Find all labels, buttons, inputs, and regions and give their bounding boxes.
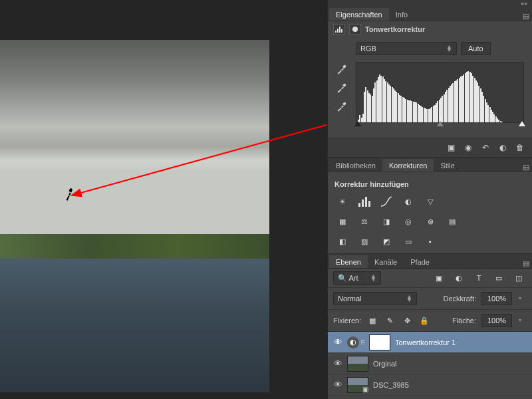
layers-panel: Ebenen Kanäle Pfade ▤ 🔍 Art ▲▼ ▣ ◐ T ▭ ◫… [328,254,532,396]
svg-rect-9 [368,201,370,207]
black-point-eyedropper[interactable] [336,65,349,76]
properties-footer: ▣ ◉ ↶ ◐ 🗑 [328,138,532,157]
white-point-eyedropper[interactable] [336,102,349,114]
tab-kanaele[interactable]: Kanäle [368,255,404,268]
visibility-toggle-icon[interactable]: 👁 [331,358,345,368]
tab-eigenschaften[interactable]: Eigenschaften [329,8,389,21]
panels-dock: ▸▸ Eigenschaften Info ▤ Tonwertkorrektur… [327,0,532,399]
layer-name: DSC_3985 [373,381,409,389]
threshold-icon[interactable]: ◩ [378,235,394,248]
lock-all-icon[interactable]: 🔒 [418,314,430,327]
smartobj-icon: ▣ [362,386,368,393]
lock-move-icon[interactable]: ✥ [401,314,413,327]
panel-menu-icon[interactable]: ▤ [523,259,529,268]
view-previous-icon[interactable]: ◉ [460,141,476,154]
fill-arrows-icon[interactable]: ▾ [517,314,527,327]
layer-row-orginal[interactable]: 👁 Orginal [328,353,532,374]
adjustment-title: Tonwertkorrektur [365,25,425,33]
dock-collapse-icon[interactable]: ▸▸ [328,0,532,7]
invert-icon[interactable]: ◧ [334,235,350,248]
svg-rect-3 [339,27,340,33]
auto-button[interactable]: Auto [461,42,491,55]
tab-stile[interactable]: Stile [434,159,461,172]
mask-thumb[interactable] [369,334,390,350]
panel-menu-icon[interactable]: ▤ [523,12,529,21]
filter-adjust-icon[interactable]: ◐ [451,271,467,285]
adjustments-row-1: ☀ ◐ ▽ [334,194,525,208]
bw-icon[interactable]: ◨ [378,215,394,228]
tab-korrekturen[interactable]: Korrekturen [382,159,434,172]
visibility-toggle-icon[interactable]: 👁 [331,337,345,347]
curves-icon[interactable] [378,195,394,208]
selective-color-icon[interactable]: ▪ [422,235,438,248]
lock-label: Fixieren: [333,317,361,325]
reset-icon[interactable]: ↶ [477,141,493,154]
channel-label: RGB [360,45,376,53]
levels-icon [333,24,345,35]
filter-type-icon[interactable]: T [471,271,487,285]
canvas-water-region [0,259,269,392]
layer-row-dsc[interactable]: 👁 ▣ DSC_3985 [328,374,532,396]
mask-icon [349,24,361,35]
adjustments-heading: Korrektur hinzufügen [334,178,525,194]
adjustments-row-3: ◧ ▨ ◩ ▭ ▪ [334,233,525,248]
svg-point-5 [352,27,358,32]
tab-pfade[interactable]: Pfade [404,255,436,268]
panel-menu-icon[interactable]: ▤ [523,163,529,172]
fill-field[interactable]: 100% [481,314,512,327]
opacity-label: Deckkraft: [443,295,476,303]
layer-name: Orginal [373,360,396,368]
tab-info[interactable]: Info [389,8,414,21]
posterize-icon[interactable]: ▨ [356,235,372,248]
canvas-sky-region [0,40,269,234]
layer-filter-dropdown[interactable]: 🔍 Art ▲▼ [333,271,381,285]
filter-shape-icon[interactable]: ▭ [491,271,507,285]
blend-mode-dropdown[interactable]: Normal ▲▼ [333,292,417,305]
hue-sat-icon[interactable]: ▦ [334,215,350,228]
canvas-land-region [0,234,269,259]
brightness-icon[interactable]: ☀ [334,195,350,208]
document-canvas[interactable] [0,40,269,392]
color-lookup-icon[interactable]: ▤ [444,215,460,228]
gray-point-eyedropper[interactable] [336,83,349,95]
trash-icon[interactable]: 🗑 [512,141,528,154]
svg-rect-2 [337,29,338,33]
adjustment-badge-icon: ◐ [347,336,359,348]
white-slider[interactable] [519,121,525,126]
svg-rect-1 [335,31,336,33]
svg-rect-8 [365,197,367,207]
black-slider[interactable] [354,121,361,126]
channel-mixer-icon[interactable]: ⊗ [422,215,438,228]
layer-name: Tonwertkorrektur 1 [395,338,456,346]
svg-rect-7 [362,200,364,207]
visibility-toggle-icon[interactable]: 👁 [331,380,345,390]
svg-rect-6 [358,203,360,207]
opacity-field[interactable]: 100% [481,292,512,305]
opacity-arrows-icon[interactable]: ▾ [517,292,527,305]
levels-adj-icon[interactable] [356,195,372,208]
properties-tabs: Eigenschaften Info ▤ [328,7,532,21]
adjustments-panel: Bibliotheken Korrekturen Stile ▤ Korrekt… [328,158,532,254]
clip-to-layer-icon[interactable]: ▣ [443,141,459,154]
lock-brush-icon[interactable]: ✎ [384,314,396,327]
toggle-visibility-icon[interactable]: ◐ [495,141,511,154]
dropdown-arrows-icon: ▲▼ [446,45,452,52]
filter-pixel-icon[interactable]: ▣ [431,271,447,285]
layer-row-tonwert[interactable]: 👁 ◐ ⎘ Tonwertkorrektur 1 [328,332,532,353]
gray-slider[interactable] [437,121,444,126]
properties-panel: Eigenschaften Info ▤ Tonwertkorrektur RG… [328,7,532,158]
histogram-display[interactable] [356,62,524,123]
layer-thumb[interactable] [347,356,368,372]
tab-ebenen[interactable]: Ebenen [329,255,368,268]
channel-dropdown[interactable]: RGB ▲▼ [356,42,457,55]
filter-smart-icon[interactable]: ◫ [511,271,527,285]
tab-bibliotheken[interactable]: Bibliotheken [329,159,382,172]
vibrance-icon[interactable]: ▽ [422,195,438,208]
color-balance-icon[interactable]: ⚖ [356,215,372,228]
lock-transparent-icon[interactable]: ▩ [366,314,378,327]
gradient-map-icon[interactable]: ▭ [400,235,416,248]
exposure-icon[interactable]: ◐ [400,195,416,208]
eyedropper-column [336,62,353,123]
photo-filter-icon[interactable]: ◎ [400,215,416,228]
fill-label: Fläche: [452,317,476,325]
